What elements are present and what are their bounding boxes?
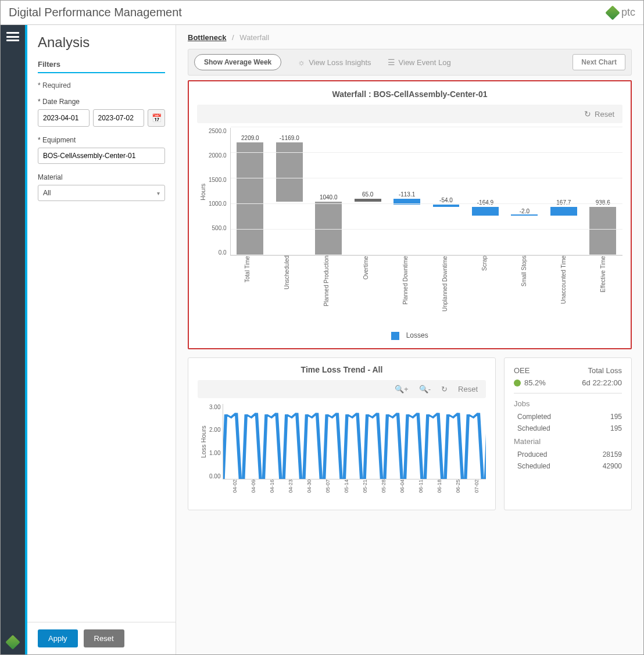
status-dot-icon — [514, 380, 521, 386]
oee-label: OEE — [514, 366, 529, 375]
jobs-scheduled-value: 195 — [610, 424, 622, 432]
jobs-completed-label: Completed — [517, 413, 551, 421]
date-to-input[interactable] — [93, 109, 145, 127]
lightbulb-icon: ☼ — [298, 58, 305, 67]
waterfall-y-ticks: 2500.02000.01500.01000.0500.00.0 — [209, 128, 230, 256]
breadcrumb: Bottleneck / Waterfall — [188, 33, 632, 42]
total-loss-value: 6d 22:22:00 — [582, 378, 622, 387]
refresh-icon[interactable]: ↻ — [584, 109, 591, 119]
material-value: All — [43, 189, 51, 197]
loss-insights-label: View Loss Insights — [309, 58, 371, 67]
app-title: Digital Performance Management — [9, 6, 182, 19]
equipment-input[interactable] — [38, 148, 165, 164]
waterfall-plot[interactable]: 2209.0-1169.01040.065.0-113.1-54.0-164.9… — [230, 128, 622, 256]
required-note: * Required — [38, 81, 165, 90]
view-event-log-link[interactable]: ☰ View Event Log — [388, 58, 451, 67]
legend-swatch-losses — [391, 332, 399, 340]
divider — [514, 393, 622, 393]
ptc-icon — [605, 5, 620, 20]
material-select[interactable]: All ▾ — [38, 185, 165, 201]
waterfall-x-ticks: Total TimeUnscheduledPlanned ProductionO… — [227, 256, 622, 325]
breadcrumb-sep: / — [232, 33, 234, 42]
trend-y-label: Loss Hours — [198, 404, 209, 479]
breadcrumb-root[interactable]: Bottleneck — [188, 33, 226, 42]
trend-y-ticks: 3.002.001.000.00 — [209, 404, 223, 479]
jobs-header: Jobs — [514, 399, 622, 408]
legend-label-losses: Losses — [406, 331, 428, 339]
zoom-out-icon[interactable]: 🔍- — [419, 385, 431, 393]
trend-x-ticks: 04-0204-0904-1604-2304-3005-0705-1405-21… — [226, 479, 486, 503]
list-icon: ☰ — [388, 58, 395, 67]
trend-title: Time Loss Trend - All — [198, 365, 486, 374]
chevron-down-icon: ▾ — [157, 190, 160, 196]
waterfall-legend: Losses — [197, 331, 622, 340]
material-header: Material — [514, 437, 622, 446]
calendar-icon[interactable]: 📅 — [148, 109, 165, 127]
stats-card: OEE Total Loss 85.2% 6d 22:22:00 Jobs Co… — [504, 357, 632, 510]
oee-value: 85.2% — [514, 378, 546, 387]
material-produced-value: 28159 — [603, 450, 622, 459]
view-loss-insights-link[interactable]: ☼ View Loss Insights — [298, 58, 371, 67]
trend-plot[interactable] — [223, 404, 486, 479]
chart-reset-button[interactable]: Reset — [595, 110, 614, 119]
event-log-label: View Event Log — [399, 58, 451, 67]
waterfall-chart-card: Waterfall : BOS-CellAssembly-Center-01 ↻… — [188, 80, 632, 349]
rail-logo-icon — [5, 635, 20, 649]
trend-reset-button[interactable]: Reset — [458, 385, 478, 393]
trend-chart-card: Time Loss Trend - All 🔍+ 🔍- ↻ Reset Loss… — [188, 357, 496, 510]
date-from-input[interactable] — [38, 109, 90, 127]
zoom-in-icon[interactable]: 🔍+ — [395, 385, 409, 393]
refresh-icon[interactable]: ↻ — [441, 385, 448, 393]
brand-logo: ptc — [607, 6, 635, 19]
equipment-label: * Equipment — [38, 136, 165, 144]
waterfall-y-label: Hours — [197, 128, 209, 256]
material-scheduled-value: 42900 — [603, 462, 622, 470]
sidebar-title: Analysis — [27, 25, 176, 53]
reset-button[interactable]: Reset — [84, 629, 124, 647]
material-label: Material — [38, 173, 165, 181]
apply-button[interactable]: Apply — [38, 629, 78, 647]
total-loss-label: Total Loss — [588, 366, 622, 375]
brand-text: ptc — [621, 6, 635, 19]
jobs-completed-value: 195 — [610, 413, 622, 421]
show-average-week-button[interactable]: Show Average Week — [194, 54, 281, 70]
material-scheduled-label: Scheduled — [517, 462, 550, 470]
material-produced-label: Produced — [517, 450, 547, 459]
next-chart-button[interactable]: Next Chart — [573, 54, 625, 70]
waterfall-title: Waterfall : BOS-CellAssembly-Center-01 — [197, 90, 622, 99]
date-range-label: * Date Range — [38, 98, 165, 106]
menu-icon[interactable] — [6, 32, 19, 41]
breadcrumb-current: Waterfall — [239, 33, 269, 42]
jobs-scheduled-label: Scheduled — [517, 424, 550, 432]
filters-header: Filters — [38, 60, 165, 73]
